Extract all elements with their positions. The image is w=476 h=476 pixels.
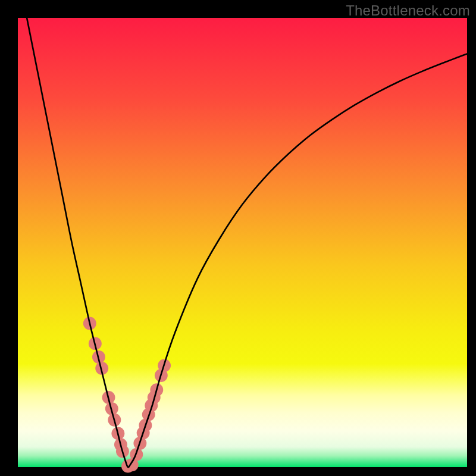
chart-frame: TheBottleneck.com xyxy=(0,0,476,476)
watermark-text: TheBottleneck.com xyxy=(346,2,470,19)
plot-area xyxy=(18,18,467,467)
bottleneck-curve xyxy=(18,18,467,467)
